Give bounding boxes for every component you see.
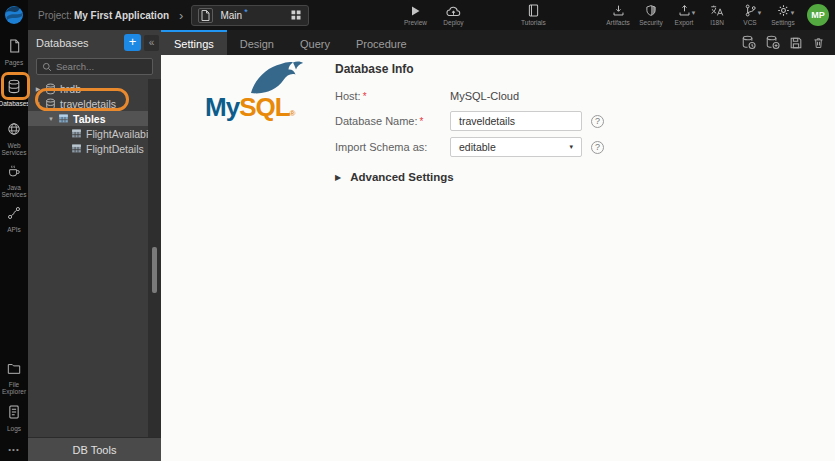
coffee-icon [7, 164, 21, 182]
workspace: Settings Design Query Procedure MySQL® D… [161, 30, 835, 461]
add-database-button[interactable]: + [124, 34, 141, 51]
wavemaker-logo-icon[interactable] [0, 0, 28, 30]
tables-icon [58, 113, 69, 124]
git-branch-icon: ▼ [744, 4, 757, 17]
play-icon [409, 5, 421, 17]
db-tools-button[interactable]: DB Tools [28, 437, 161, 461]
cloud-upload-icon [446, 5, 461, 17]
table-icon [71, 143, 82, 154]
user-avatar[interactable]: MP [807, 4, 829, 26]
header-tools: Artifacts Security ▼ Export I18N ▼ VCS ▼… [604, 4, 835, 26]
artifacts-button[interactable]: Artifacts [604, 4, 632, 26]
search-row [28, 55, 161, 79]
page-tab-label: Main [220, 10, 242, 21]
collapse-panel-button[interactable]: « [144, 35, 159, 51]
import-schema-row: Import Schema as: editable ▾ ? [335, 137, 604, 157]
page-icon [198, 8, 213, 23]
activity-bar: Pages Databases Web Services Java Servic… [0, 30, 28, 461]
export-button[interactable]: ▼ Export [670, 4, 698, 26]
breadcrumb-chevron-icon: › [179, 8, 183, 23]
security-button[interactable]: Security [637, 4, 665, 26]
mysql-logo: MySQL® [205, 59, 320, 126]
required-marker: * [363, 91, 367, 102]
top-header: Project:My First Application › Main * Pr… [0, 0, 835, 30]
expanded-arrow-icon[interactable]: ▼ [47, 116, 55, 122]
sidebar-item-pages[interactable]: Pages [0, 39, 28, 66]
tab-procedure[interactable]: Procedure [343, 30, 420, 55]
help-icon[interactable]: ? [591, 115, 604, 128]
collapsed-arrow-icon[interactable]: ▶ [34, 85, 42, 92]
search-input[interactable] [56, 61, 146, 72]
chevron-down-icon: ▼ [757, 10, 763, 16]
folder-icon [7, 361, 21, 379]
panel-scrollbar [148, 79, 161, 437]
chevron-down-icon: ▼ [691, 10, 697, 16]
tutorials-button[interactable]: Tutorials [519, 4, 547, 26]
tree-item-traveldetails[interactable]: ▼ traveldetails [28, 96, 148, 111]
translate-icon [710, 4, 724, 17]
settings-button[interactable]: ▼ Settings [769, 4, 797, 26]
database-name-input[interactable] [450, 111, 582, 131]
database-name-label: Database Name:* [335, 115, 450, 127]
globe-icon [7, 122, 21, 140]
import-schema-select[interactable]: editable ▾ [450, 137, 582, 157]
more-dots-icon: ••• [8, 446, 19, 453]
sidebar-item-apis[interactable]: APIs [0, 206, 28, 233]
project-label: Project: [38, 10, 72, 21]
sidebar-item-file-explorer[interactable]: File Explorer [0, 361, 28, 395]
search-icon [42, 58, 52, 76]
sidebar-item-java-services[interactable]: Java Services [0, 164, 28, 198]
required-marker: * [420, 116, 424, 127]
database-tree: ▶ hrdb ▼ traveldetails ▼ Tables FlightAv… [28, 79, 161, 437]
preview-button[interactable]: Preview [401, 5, 429, 26]
database-name-row: Database Name:* ? [335, 111, 604, 131]
expanded-arrow-icon[interactable]: ▼ [34, 101, 42, 107]
sidebar-item-databases[interactable]: Databases [0, 79, 28, 107]
settings-content: MySQL® Database Info Host:* MySQL-Cloud … [161, 55, 835, 461]
i18n-button[interactable]: I18N [703, 4, 731, 26]
dropdown-arrow-icon: ▾ [569, 143, 573, 151]
project-name: My First Application [74, 10, 169, 21]
db-reimport-icon[interactable] [741, 35, 756, 50]
tab-query[interactable]: Query [287, 30, 343, 55]
sidebar-item-web-services[interactable]: Web Services [0, 122, 28, 156]
vcs-button[interactable]: ▼ VCS [736, 4, 764, 26]
mysql-wordmark: MySQL® [205, 95, 320, 126]
host-value: MySQL-Cloud [450, 90, 519, 102]
page-tab-main[interactable]: Main * [191, 5, 309, 26]
export-icon: ▼ [678, 4, 691, 17]
advanced-settings-toggle[interactable]: ▶ Advanced Settings [335, 171, 604, 183]
import-schema-label: Import Schema as: [335, 141, 450, 153]
panel-title: Databases [36, 37, 124, 49]
more-options-button[interactable]: ••• [0, 444, 28, 453]
deploy-button[interactable]: Deploy [439, 5, 467, 26]
app-root: Project:My First Application › Main * Pr… [0, 0, 835, 461]
page-icon [8, 39, 21, 57]
host-label: Host:* [335, 90, 450, 102]
delete-icon[interactable] [812, 36, 825, 50]
gear-icon: ▼ [777, 4, 790, 17]
tree-item-flightavailability[interactable]: FlightAvailability [28, 126, 148, 141]
help-icon[interactable]: ? [591, 141, 604, 154]
download-tray-icon [612, 4, 625, 17]
api-nodes-icon [7, 206, 21, 224]
form-title: Database Info [335, 62, 604, 76]
save-icon[interactable] [789, 36, 803, 50]
tab-design[interactable]: Design [227, 30, 287, 55]
grid-icon[interactable] [290, 9, 302, 21]
editor-tabbar: Settings Design Query Procedure [161, 30, 835, 55]
tree-item-tables[interactable]: ▼ Tables [28, 111, 161, 126]
tree-item-hrdb[interactable]: ▶ hrdb [28, 81, 148, 96]
table-icon [71, 128, 82, 139]
scrollbar-thumb[interactable] [152, 247, 157, 293]
chevron-down-icon: ▼ [790, 10, 796, 16]
search-box [36, 58, 153, 75]
sidebar-item-logs[interactable]: Logs [0, 405, 28, 432]
log-file-icon [8, 405, 20, 423]
shield-icon [645, 4, 657, 17]
tree-item-flightdetails[interactable]: FlightDetails [28, 141, 148, 156]
project-breadcrumb: Project:My First Application [38, 10, 169, 21]
tab-settings[interactable]: Settings [161, 30, 227, 55]
unsaved-indicator: * [244, 7, 248, 17]
db-update-icon[interactable] [765, 35, 780, 50]
